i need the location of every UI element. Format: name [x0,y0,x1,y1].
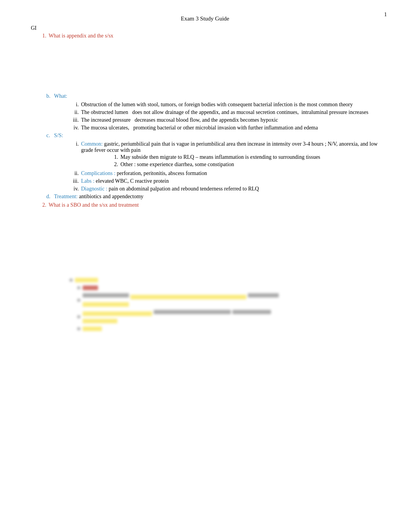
c-iv-text: pain on abdominal palpation and rebound … [107,186,259,192]
b-item-iii: iii. The increased pressure decreases mu… [69,117,379,123]
blurred-highlight-1 [75,278,98,282]
blurred-line-group-2 [83,302,279,307]
b-i-label: i. [69,102,79,108]
b-item-i: i. Obstruction of the lumen with stool, … [69,102,379,108]
d-label: d. [46,194,52,200]
c-i-sub1-num: 1. [112,154,118,160]
c-iii-content: Labs : elevated WBC, C reactive protein [81,178,169,184]
blurred-row-3 [69,293,379,307]
c-iii-label: iii. [69,178,79,184]
b-iv-text: The mucosa ulcerates, promoting bacteria… [81,125,318,131]
c-ss: S/S: [54,133,63,139]
c-i-sub2-num: 2. [112,161,118,168]
c-i-common-text: gastric, periumbilical pain that is vagu… [81,141,378,153]
b-ii-text: The obstructed lumen does not allow drai… [81,109,368,116]
c-ii-text: perforation, peritonitis, abscess format… [115,170,207,176]
q1-number: 1. [39,33,46,39]
c-ii-content: Complications : perforation, peritonitis… [81,170,207,177]
b-iv-label: iv. [69,125,79,131]
blurred-section [31,278,379,331]
blurred-row-3-content [83,293,279,307]
q2-number: 2. [39,202,46,208]
c-ii-label: ii. [69,170,79,177]
section-label: GI [31,25,379,31]
c-item-iv: iv. Diagnostic : pain on abdominal palpa… [69,186,379,192]
b-roman-list: i. Obstruction of the lumen with stool, … [46,102,379,131]
blurred-highlight-3 [130,295,246,299]
blurred-line-group-3 [83,310,271,317]
d-content: Treatment: antibiotics and appendectomy [54,194,144,200]
blurred-bullet-3 [77,299,80,302]
b-i-text: Obstruction of the lumen with stool, tum… [81,102,353,108]
page-number: 1 [384,12,387,18]
blurred-row-1 [69,278,379,282]
b-item-iv: iv. The mucosa ulcerates, promoting bact… [69,125,379,131]
c-iv-content: Diagnostic : pain on abdominal palpation… [81,186,259,192]
b-iii-text: The increased pressure decreases mucosal… [81,117,278,123]
b-label: b. [46,93,52,99]
blurred-line-group-4 [83,319,271,323]
b-item-ii: ii. The obstructed lumen does not allow … [69,109,379,116]
q2-text: What is a SBO and the s/sx and treatment [49,202,139,208]
blurred-line-group-1 [83,293,279,301]
blurred-row-5 [69,326,379,331]
d-item: d. Treatment: antibiotics and appendecto… [46,194,379,200]
blurred-bullet-4 [77,315,80,318]
blurred-bullet-5 [77,327,80,330]
c-i-label: i. [69,141,79,147]
blurred-bullet-1 [69,279,73,282]
blurred-line-2 [248,293,279,297]
d-treatment-label: Treatment: [54,194,78,199]
c-i-sub1-text: May subside then migrate to RLQ – means … [120,154,320,160]
blurred-row-4 [69,310,379,323]
blurred-highlight-7 [83,326,102,331]
c-item-iii: iii. Labs : elevated WBC, C reactive pro… [69,178,379,184]
blurred-row-2 [69,286,379,290]
c-i-sub-list: 1. May subside then migrate to RLQ – mea… [81,154,379,168]
question-2: 2. What is a SBO and the s/sx and treatm… [31,202,379,208]
page-title: Exam 3 Study Guide [31,15,379,22]
blurred-highlight-6 [83,319,117,323]
blurred-line-4 [232,310,271,314]
c-i-sub2-text: Other : some experience diarrhea, some c… [120,161,234,168]
blurred-highlight-2 [83,286,98,290]
blurred-highlight-5 [83,311,152,316]
c-i-sub1: 1. May subside then migrate to RLQ – mea… [112,154,379,160]
blurred-line-3 [154,310,231,314]
c-label: c. [46,133,52,139]
alpha-list: b. What: i. Obstruction of the lumen wit… [31,93,379,200]
page: 1 Exam 3 Study Guide GI 1. What is appen… [0,0,410,532]
b-what: What: [54,93,67,99]
blurred-row-4-content [83,310,271,323]
c-iii-text: elevated WBC, C reactive protein [95,178,169,184]
c-item-i: i. Common: gastric, periumbilical pain t… [69,141,379,169]
c-iv-diagnostic-label: Diagnostic : [81,186,107,192]
c-i-content: Common: gastric, periumbilical pain that… [81,141,379,169]
c-i-sub2: 2. Other : some experience diarrhea, som… [112,161,379,168]
question-1: 1. What is appendix and the s/sx [31,33,379,39]
q1-text: What is appendix and the s/sx [49,33,114,39]
c-roman-list: i. Common: gastric, periumbilical pain t… [46,141,379,192]
b-ii-label: ii. [69,109,79,116]
c-ii-complications-label: Complications : [81,170,115,176]
b-item: b. What: [46,93,379,99]
c-i-common-label: Common: [81,141,103,147]
blurred-bullet-2 [77,286,80,289]
blurred-line-1 [83,293,129,297]
blurred-highlight-4 [83,302,129,307]
c-iii-labs-label: Labs : [81,178,95,184]
c-iv-label: iv. [69,186,79,192]
b-iii-label: iii. [69,117,79,123]
c-item-ii: ii. Complications : perforation, periton… [69,170,379,177]
c-item: c. S/S: [46,133,379,139]
d-treatment-text: antibiotics and appendectomy [78,194,144,199]
